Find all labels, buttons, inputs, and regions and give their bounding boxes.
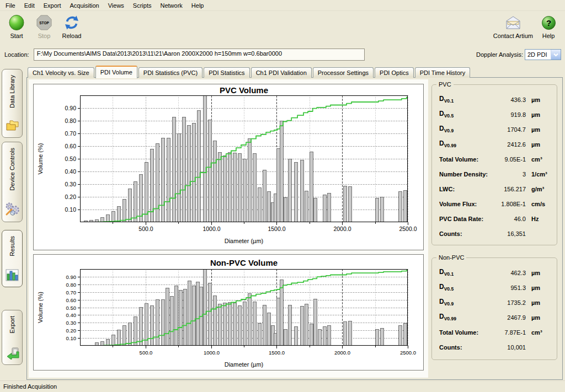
sidebar-item-label: Export	[9, 316, 15, 334]
stat-value: 2412.6	[456, 141, 526, 148]
stat-unit: µm	[526, 126, 552, 133]
svg-text:0.70: 0.70	[65, 130, 77, 137]
app-window: FileEditExportAcquisitionViewsScriptsNet…	[0, 0, 565, 392]
stat-unit: 1/cm³	[526, 171, 552, 178]
stat-label: PVC Data Rate:	[439, 216, 483, 222]
status-bar: Finished Acquisition	[0, 380, 565, 392]
main-area: Data LibraryDevice ControlsResultsExport…	[0, 64, 565, 380]
menu-help[interactable]: Help	[187, 1, 209, 10]
svg-text:0.90: 0.90	[65, 105, 77, 111]
pvc-groupbox-title: PVC	[436, 81, 454, 88]
stat-value: 1704.7	[454, 126, 526, 133]
svg-text:Diameter (µm): Diameter (µm)	[225, 361, 264, 368]
sidebar-item-label: Device Controls	[9, 148, 15, 191]
svg-text:2000.0: 2000.0	[334, 350, 350, 356]
non-pvc-volume-chart: 0.100.200.300.400.500.600.700.800.90500.…	[33, 254, 424, 370]
sidebar-item-label: Results	[9, 236, 15, 256]
stat-value: 10,001	[462, 344, 526, 351]
contact-artium-button[interactable]: Contact Artium	[493, 11, 533, 39]
help-label: Help	[542, 33, 555, 39]
chevron-down-icon[interactable]	[551, 50, 561, 60]
stat-label: DV0.1	[439, 268, 454, 277]
help-button[interactable]: ? Help	[536, 11, 561, 39]
reload-button[interactable]: Reload	[60, 11, 84, 39]
reload-label: Reload	[62, 33, 82, 39]
help-icon: ?	[541, 14, 556, 31]
sidebar-item-data-library[interactable]: Data Library	[2, 69, 23, 138]
svg-text:1500.0: 1500.0	[268, 225, 285, 232]
menu-acquisition[interactable]: Acquisition	[66, 1, 104, 10]
svg-text:2500.0: 2500.0	[400, 350, 416, 356]
tab-pdi-time-history[interactable]: PDI Time History	[415, 67, 471, 78]
stat-value: 16,351	[462, 230, 526, 237]
pvc-stat-row: DV0.5919.8µm	[432, 107, 557, 122]
stat-value: 951.3	[454, 284, 526, 291]
tab-pdi-optics[interactable]: PDI Optics	[375, 67, 414, 78]
location-label: Location:	[4, 51, 29, 58]
svg-text:Non-PVC Volume: Non-PVC Volume	[210, 258, 278, 267]
start-button[interactable]: Start	[4, 11, 29, 39]
menu-scripts[interactable]: Scripts	[129, 1, 156, 10]
stat-unit: µm	[526, 314, 552, 321]
tab-pdi-statistics[interactable]: PDI Statistics	[204, 67, 249, 78]
stat-value: 7.87E-1	[478, 329, 526, 336]
stat-label: DV0.1	[439, 95, 454, 104]
sidebar-item-label: Data Library	[9, 75, 15, 108]
tab-ch1-pdi-validation[interactable]: Ch1 PDI Validation	[251, 67, 312, 78]
non-pvc-stat-row: Counts:10,001	[432, 340, 557, 355]
svg-text:2500.0: 2500.0	[399, 225, 417, 232]
stat-unit: µm	[526, 141, 552, 148]
tab-pdi-volume[interactable]: PDI Volume	[95, 66, 137, 78]
pvc-stat-row: Counts:16,351	[432, 226, 557, 241]
tab-processor-settings[interactable]: Processor Settings	[313, 67, 374, 78]
stat-unit: cm³	[526, 329, 552, 336]
sidebar-item-results[interactable]: Results	[2, 230, 23, 287]
start-icon	[8, 14, 25, 31]
stat-value: 1.808E-1	[477, 201, 526, 207]
svg-text:1500.0: 1500.0	[269, 350, 285, 356]
svg-text:0.70: 0.70	[66, 289, 77, 296]
pvc-volume-chart: 0.100.200.300.400.500.600.700.800.90500.…	[33, 84, 424, 250]
sidebar: Data LibraryDevice ControlsResultsExport	[0, 64, 26, 380]
stat-label: Counts:	[439, 230, 462, 237]
svg-text:?: ?	[546, 18, 551, 28]
doppler-analysis-select[interactable]: 2D PDI	[525, 49, 561, 60]
svg-text:Volume (%): Volume (%)	[37, 292, 44, 323]
bar-chart-icon	[5, 269, 19, 283]
menu-edit[interactable]: Edit	[20, 1, 39, 10]
tab-ch1-velocity-vs-size[interactable]: Ch1 Velocity vs. Size	[28, 67, 94, 78]
stat-value: 2467.9	[456, 314, 526, 321]
location-input[interactable]: F:\My Documents\AIMS Data\2013\2013\11\2…	[34, 49, 365, 61]
stat-label: DV0.99	[439, 139, 456, 148]
sidebar-item-export[interactable]: Export	[2, 310, 23, 365]
tab-pdi-statistics-pvc-[interactable]: PDI Statistics (PVC)	[138, 67, 202, 78]
sidebar-item-device-controls[interactable]: Device Controls	[2, 142, 23, 222]
stat-value: 46.0	[483, 216, 526, 222]
stat-label: Total Volume:	[439, 329, 478, 336]
toolbar-left-group: Start STOP Stop	[4, 11, 84, 47]
menu-network[interactable]: Network	[156, 1, 186, 10]
stat-value: 436.3	[454, 96, 526, 103]
menu-views[interactable]: Views	[104, 1, 129, 10]
svg-text:0.10: 0.10	[65, 206, 77, 213]
stat-label: Total Volume:	[439, 156, 478, 163]
pvc-stat-row: LWC:156.217g/m³	[432, 181, 557, 196]
non-pvc-stat-row: DV0.5951.3µm	[432, 280, 557, 295]
svg-text:0.50: 0.50	[66, 305, 77, 311]
pvc-stat-row: Total Volume:9.05E-1cm³	[432, 152, 557, 167]
menu-bar: FileEditExportAcquisitionViewsScriptsNet…	[0, 0, 565, 11]
location-value: F:\My Documents\AIMS Data\2013\2013\11\2…	[37, 50, 282, 57]
pvc-stat-row: Number Density:31/cm³	[432, 167, 557, 181]
stat-value: 919.8	[454, 111, 526, 118]
svg-text:0.10: 0.10	[66, 335, 77, 341]
svg-text:0.30: 0.30	[66, 320, 77, 326]
pvc-stat-row: PVC Data Rate:46.0Hz	[432, 211, 557, 226]
tab-strip: Ch1 Velocity vs. SizePDI VolumePDI Stati…	[27, 66, 563, 78]
stat-unit: µm	[526, 270, 552, 276]
stat-unit: cm³	[526, 156, 552, 163]
svg-text:0.40: 0.40	[66, 312, 77, 318]
menu-file[interactable]: File	[1, 1, 20, 10]
svg-text:0.20: 0.20	[65, 194, 77, 200]
svg-text:PVC Volume: PVC Volume	[220, 85, 268, 95]
menu-export[interactable]: Export	[39, 1, 66, 10]
